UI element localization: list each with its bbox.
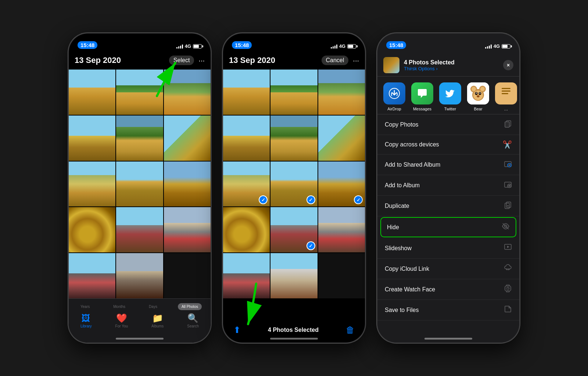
- phone-2: 15:48 4G 13 Sep 2020: [222, 33, 366, 343]
- photo-cell[interactable]: [223, 207, 270, 252]
- tab-library[interactable]: 🖼 Library: [80, 313, 92, 328]
- svg-rect-18: [502, 91, 510, 92]
- photo-cell[interactable]: [223, 253, 270, 298]
- photo-cell-selected[interactable]: [318, 162, 365, 207]
- share-title: 4 Photos Selected: [404, 59, 499, 66]
- action-save-files[interactable]: Save to Files: [377, 300, 519, 320]
- action-watch-face[interactable]: Create Watch Face: [377, 279, 519, 300]
- share-app-more[interactable]: …: [495, 82, 517, 111]
- hide-icon: [502, 222, 510, 232]
- action-duplicate[interactable]: Duplicate: [377, 196, 519, 216]
- share-location: Thirsk: [404, 66, 418, 71]
- photo-cell[interactable]: [164, 253, 211, 298]
- photo-cell[interactable]: [223, 116, 270, 161]
- svg-rect-17: [502, 88, 510, 89]
- photo-cell-selected[interactable]: [270, 207, 317, 252]
- status-time-2: 15:48: [232, 41, 252, 49]
- photo-cell[interactable]: [270, 70, 317, 115]
- action-copy-across[interactable]: Copy across devices ✂️: [377, 135, 519, 155]
- action-icloud-link[interactable]: Copy iCloud Link: [377, 259, 519, 279]
- share-app-airdrop[interactable]: AirDrop: [383, 82, 405, 111]
- tab-months[interactable]: Months: [110, 303, 128, 310]
- photo-cell[interactable]: [116, 70, 163, 115]
- photo-cell[interactable]: [116, 116, 163, 161]
- duplicate-icon: [504, 201, 512, 211]
- photo-cell[interactable]: [164, 207, 211, 252]
- battery-icon-1: [193, 44, 202, 49]
- home-indicator-3: [424, 338, 472, 340]
- status-icons-3: 4G: [485, 43, 510, 49]
- view-tabs: Years Months Days All Photos: [69, 299, 211, 312]
- airdrop-label: AirDrop: [387, 107, 401, 111]
- share-button[interactable]: ⬆: [233, 325, 241, 335]
- photo-cell[interactable]: [318, 207, 365, 252]
- svg-point-12: [476, 93, 477, 94]
- action-hide[interactable]: Hide: [380, 217, 516, 237]
- photo-cell[interactable]: [69, 253, 115, 298]
- home-indicator-1: [116, 338, 164, 340]
- selected-count-label: 4 Photos Selected: [268, 327, 319, 333]
- cancel-button-2[interactable]: Cancel: [322, 56, 349, 65]
- action-add-shared-album[interactable]: Add to Shared Album: [377, 155, 519, 175]
- photo-cell[interactable]: [164, 162, 211, 207]
- signal-icon-3: [485, 44, 492, 49]
- bear-icon: [467, 82, 489, 104]
- tab-years[interactable]: Years: [78, 303, 93, 310]
- photo-cell[interactable]: [69, 207, 115, 252]
- network-type-1: 4G: [185, 43, 191, 49]
- photo-cell[interactable]: [270, 116, 317, 161]
- action-slideshow[interactable]: Slideshow: [377, 238, 519, 259]
- svg-rect-19: [502, 93, 508, 94]
- photo-cell[interactable]: [116, 253, 163, 298]
- tab-days[interactable]: Days: [146, 303, 160, 310]
- share-close-button[interactable]: ×: [503, 60, 513, 70]
- hide-label: Hide: [387, 224, 399, 231]
- photo-cell[interactable]: [270, 253, 317, 298]
- photo-cell[interactable]: [164, 70, 211, 115]
- photo-cell[interactable]: [116, 162, 163, 207]
- status-icons-2: 4G: [331, 43, 356, 49]
- photo-cell[interactable]: [69, 116, 115, 161]
- network-type-2: 4G: [339, 43, 345, 49]
- svg-marker-37: [507, 246, 509, 248]
- share-app-bear[interactable]: Bear: [467, 82, 489, 111]
- photo-cell[interactable]: [318, 253, 365, 298]
- status-bar-1: 15:48 4G: [69, 33, 211, 51]
- more-button-2[interactable]: ···: [353, 56, 359, 65]
- action-add-album[interactable]: Add to Album: [377, 175, 519, 196]
- photo-cell[interactable]: [69, 70, 115, 115]
- tab-for-you[interactable]: ❤️ For You: [115, 313, 128, 328]
- albums-icon: 📁: [152, 313, 163, 323]
- share-app-messages[interactable]: Messages: [411, 82, 433, 111]
- share-app-twitter[interactable]: Twitter: [439, 82, 461, 111]
- tab-search[interactable]: 🔍 Search: [187, 313, 199, 328]
- more-button-1[interactable]: ···: [198, 56, 205, 65]
- status-time-1: 15:48: [78, 41, 97, 49]
- add-album-label: Add to Album: [385, 182, 420, 189]
- select-button-1[interactable]: Select: [169, 56, 194, 65]
- photo-grid-2: [223, 70, 365, 298]
- tab-albums[interactable]: 📁 Albums: [151, 313, 164, 328]
- messages-label: Messages: [413, 107, 431, 111]
- photos-header-2: 13 Sep 2020 Cancel ···: [223, 51, 365, 70]
- signal-icon-2: [331, 44, 337, 49]
- tab-all-photos[interactable]: All Photos: [178, 303, 202, 310]
- photo-cell[interactable]: [116, 207, 163, 252]
- action-copy-photos[interactable]: Copy Photos: [377, 114, 519, 135]
- photo-cell-selected[interactable]: [223, 162, 270, 207]
- share-options-link[interactable]: Options ›: [418, 66, 438, 71]
- photo-cell[interactable]: [318, 70, 365, 115]
- search-icon: 🔍: [187, 313, 198, 323]
- selection-check: [354, 195, 363, 204]
- photo-cell-selected[interactable]: [270, 162, 317, 207]
- airdrop-icon: [383, 82, 405, 104]
- status-bar-3: 15:48 4G: [377, 33, 519, 51]
- for-you-icon: ❤️: [116, 313, 127, 323]
- trash-button[interactable]: 🗑: [346, 325, 355, 335]
- icloud-link-label: Copy iCloud Link: [385, 266, 429, 272]
- photo-cell[interactable]: [223, 70, 270, 115]
- photo-cell[interactable]: [164, 116, 211, 161]
- photo-cell[interactable]: [69, 162, 115, 207]
- share-sheet: 4 Photos Selected Thirsk Options › ×: [377, 51, 519, 343]
- photo-cell[interactable]: [318, 116, 365, 161]
